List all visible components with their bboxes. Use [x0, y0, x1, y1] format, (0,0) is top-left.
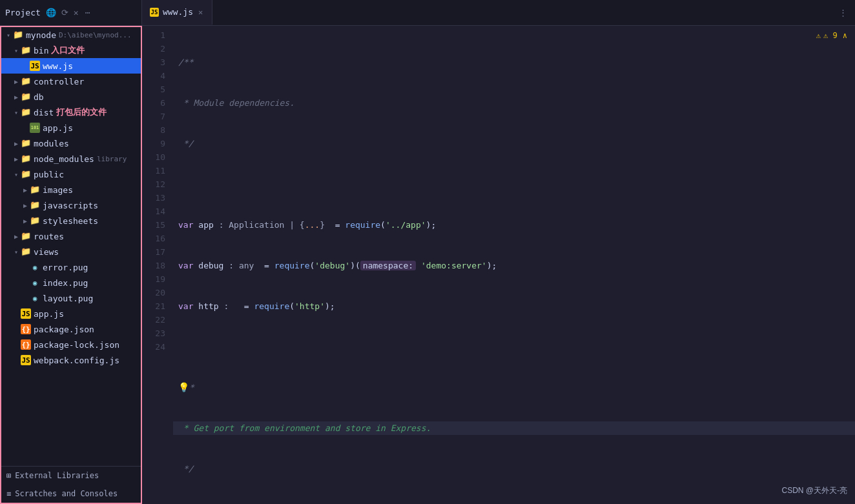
- webpack-config-label: webpack.config.js: [34, 356, 119, 365]
- db-label: db: [34, 92, 44, 102]
- main-content: ▾ 📁 mynode D:\aibee\mynod... ▾ 📁 bin 入口文…: [0, 26, 855, 504]
- arrow-dist: ▾: [12, 108, 21, 117]
- external-libraries-item[interactable]: ⊞ External Libraries: [1, 467, 141, 485]
- spacer6: [12, 309, 21, 318]
- scratches-consoles-item[interactable]: ≡ Scratches and Consoles: [1, 485, 141, 503]
- tree-item-routes[interactable]: ▶ 📁 routes: [1, 228, 141, 244]
- arrow-views: ▾: [12, 247, 21, 256]
- tree-item-views[interactable]: ▾ 📁 views: [1, 244, 141, 259]
- tree-item-package-json[interactable]: {} package.json: [1, 321, 141, 337]
- layout-pug-label: layout.pug: [43, 294, 93, 303]
- spacer5: [21, 294, 30, 303]
- warning-badge: ⚠ ⚠ 9 ∧: [816, 31, 847, 40]
- json-icon-package-lock: {}: [21, 339, 31, 350]
- javascripts-label: javascripts: [43, 201, 98, 210]
- tree-item-javascripts[interactable]: ▶ 📁 javascripts: [1, 197, 141, 213]
- tree-root[interactable]: ▾ 📁 mynode D:\aibee\mynod...: [1, 27, 141, 43]
- package-lock-json-label: package-lock.json: [34, 340, 119, 350]
- line-6: var debug : any = require('debug')(names…: [173, 259, 855, 272]
- tree-item-public[interactable]: ▾ 📁 public: [1, 166, 141, 182]
- line-1: /**: [173, 55, 855, 69]
- tree-item-webpack-config[interactable]: JS webpack.config.js: [1, 352, 141, 368]
- public-label: public: [34, 170, 64, 179]
- tab-www-js[interactable]: JS www.js ✕: [142, 0, 212, 25]
- collapse-icon[interactable]: ∧: [843, 31, 847, 40]
- root-path: D:\aibee\mynod...: [59, 31, 132, 39]
- pug-icon-error: ◉: [30, 262, 40, 272]
- modules-label: modules: [34, 139, 69, 148]
- tree-item-error-pug[interactable]: ◉ error.pug: [1, 259, 141, 275]
- arrow-stylesheets: ▶: [21, 216, 30, 225]
- folder-icon-modules: 📁: [21, 138, 31, 148]
- annotation-bin: 入口文件: [51, 45, 85, 56]
- js-icon-app: JS: [21, 308, 31, 319]
- project-label: Project: [5, 8, 41, 17]
- arrow-controller: ▶: [12, 77, 21, 86]
- sync-icon[interactable]: ⟳: [61, 8, 68, 17]
- more-options-icon[interactable]: ⋮: [839, 8, 847, 17]
- project-panel-header: Project 🌐 ⟳ ✕ ⋯: [0, 0, 142, 25]
- spacer2: [21, 123, 30, 132]
- package-json-label: package.json: [34, 325, 94, 334]
- line-8: [173, 340, 855, 354]
- folder-icon-bin: 📁: [21, 45, 31, 55]
- line-9: 💡*: [173, 381, 855, 394]
- node-modules-badge: library: [97, 155, 127, 163]
- tree-item-node-modules[interactable]: ▶ 📁 node_modules library: [1, 151, 141, 166]
- tree-item-controller[interactable]: ▶ 📁 controller: [1, 74, 141, 89]
- scratches-icon: ≡: [6, 489, 11, 498]
- line-7: var http : = require('http');: [173, 299, 855, 313]
- tree-item-www-js[interactable]: JS www.js: [1, 58, 141, 74]
- sidebar-footer: ⊞ External Libraries ≡ Scratches and Con…: [1, 466, 141, 503]
- tree-item-stylesheets[interactable]: ▶ 📁 stylesheets: [1, 213, 141, 228]
- tab-close-btn[interactable]: ✕: [197, 6, 204, 18]
- more-icon[interactable]: ⋯: [85, 8, 90, 17]
- folder-icon-db: 📁: [21, 92, 31, 102]
- line-4: [173, 177, 855, 191]
- arrow-images: ▶: [21, 185, 30, 194]
- js-tab-icon: JS: [150, 8, 159, 17]
- line-2: * Module dependencies.: [173, 96, 855, 110]
- tree-item-index-pug[interactable]: ◉ index.pug: [1, 275, 141, 290]
- line-11: */: [173, 462, 855, 476]
- warning-icon: ⚠: [816, 31, 821, 40]
- folder-icon-routes: 📁: [21, 231, 31, 241]
- code-lines: /** * Module dependencies. */ var app : …: [173, 26, 855, 504]
- tree-item-dist-appjs[interactable]: 101 app.js: [1, 120, 141, 136]
- annotation-dist: 打包后的文件: [56, 106, 107, 118]
- folder-icon-stylesheets: 📁: [30, 216, 40, 226]
- folder-icon-javascripts: 📁: [30, 200, 40, 210]
- tree-item-bin[interactable]: ▾ 📁 bin 入口文件: [1, 43, 141, 58]
- arrow-db: ▶: [12, 92, 21, 101]
- tab-label: www.js: [163, 7, 193, 17]
- tree-item-db[interactable]: ▶ 📁 db: [1, 89, 141, 105]
- images-label: images: [43, 185, 73, 195]
- spacer: [21, 61, 30, 70]
- tree-item-modules[interactable]: ▶ 📁 modules: [1, 136, 141, 151]
- close-panel-icon[interactable]: ✕: [74, 8, 79, 17]
- external-libraries-label: External Libraries: [15, 471, 99, 480]
- node-modules-label: node_modules: [34, 154, 94, 164]
- spacer9: [12, 356, 21, 365]
- tree-item-layout-pug[interactable]: ◉ layout.pug: [1, 290, 141, 306]
- tree-item-package-lock-json[interactable]: {} package-lock.json: [1, 337, 141, 352]
- pug-icon-layout: ◉: [30, 293, 40, 303]
- js101-icon: 101: [30, 123, 40, 133]
- root-name: mynode: [26, 30, 56, 40]
- arrow-node-modules: ▶: [12, 154, 21, 163]
- dist-appjs-label: app.js: [43, 123, 73, 133]
- arrow-routes: ▶: [12, 232, 21, 241]
- code-content[interactable]: 12345 678910 1112131415 1617181920 21222…: [142, 26, 855, 504]
- pug-icon-index: ◉: [30, 277, 40, 288]
- folder-icon-images: 📁: [30, 185, 40, 195]
- json-icon-package: {}: [21, 324, 31, 334]
- arrow-root: ▾: [4, 30, 13, 39]
- top-bar-right: ⋮: [831, 8, 855, 17]
- top-bar: Project 🌐 ⟳ ✕ ⋯ JS www.js ✕ ⋮: [0, 0, 855, 26]
- tree-item-images[interactable]: ▶ 📁 images: [1, 182, 141, 197]
- tree-item-dist[interactable]: ▾ 📁 dist 打包后的文件: [1, 105, 141, 120]
- external-libraries-icon: ⊞: [6, 471, 11, 480]
- routes-label: routes: [34, 232, 64, 241]
- tree-item-appjs[interactable]: JS app.js: [1, 306, 141, 321]
- globe-icon[interactable]: 🌐: [46, 8, 56, 17]
